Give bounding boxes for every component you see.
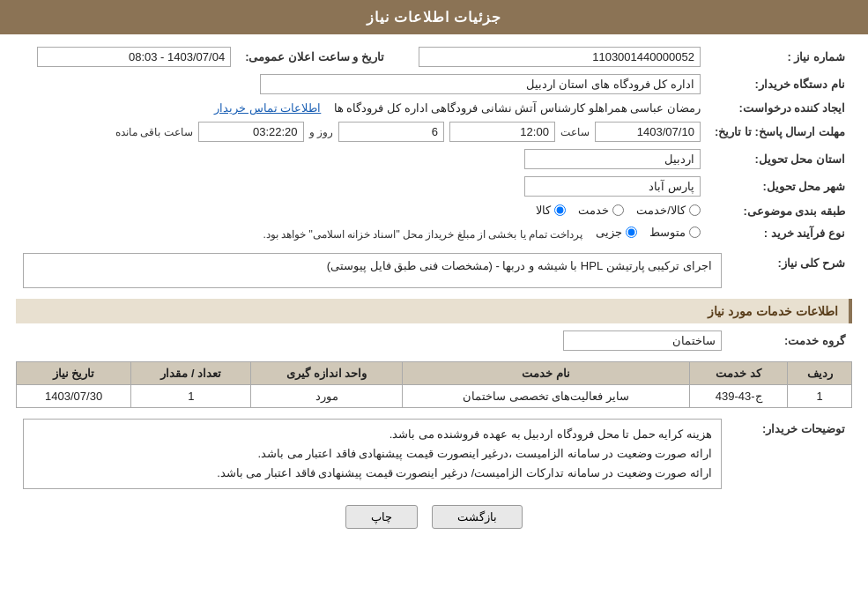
now-radio-group: متوسط جزیی — [596, 226, 701, 239]
radio-kala-input[interactable] — [554, 204, 566, 216]
nam-dastgah-label: نام دستگاه خریدار: — [708, 71, 852, 98]
shahr-value: پارس آباد — [16, 173, 708, 200]
grooh-table: گروه خدمت: ساختمان — [16, 327, 852, 354]
now-note: پرداخت تمام یا بخشی از مبلغ خریداز محل "… — [263, 228, 583, 241]
radio-motavaset-input[interactable] — [689, 227, 701, 238]
sharh-table: شرح کلی نیاز: اجرای ترکیبی پارتیشن HPL ب… — [16, 249, 852, 292]
table-row: 1ج-43-439سایر فعالیت‌های تخصصی ساختمانمو… — [17, 385, 852, 408]
cell-tarikh: 1403/07/30 — [17, 385, 131, 408]
radio-kala-khadamat-label: کالا/خدمت — [636, 204, 686, 217]
date-box: 1403/07/10 — [595, 122, 701, 142]
page-wrapper: جزئیات اطلاعات نیاز شماره نیاز : 1103001… — [0, 0, 868, 609]
tawsif-box: هزینه کرایه حمل تا محل فرودگاه اردبیل به… — [23, 419, 722, 489]
tawsif-label: توضیحات خریدار: — [729, 415, 852, 493]
announce-box: 1403/07/04 - 08:03 — [37, 47, 231, 67]
khadamat-section-title: اطلاعات خدمات مورد نیاز — [16, 299, 852, 323]
radio-khadamat-label: خدمت — [578, 204, 609, 217]
mohlat-label: مهلت ارسال پاسخ: تا تاریخ: — [708, 118, 852, 145]
cell-radif: 1 — [788, 385, 852, 408]
tabaqe-radio-group: کالا/خدمت خدمت کالا — [536, 204, 701, 217]
sharh-value-cell: اجرای ترکیبی پارتیشن HPL با شیشه و دربها… — [16, 249, 729, 292]
button-row: بازگشت چاپ — [16, 505, 852, 529]
ijad-value: رمضان عباسی همراهلو کارشناس آتش نشانی فر… — [16, 98, 708, 118]
rooz-label: روز و — [309, 126, 333, 138]
print-button[interactable]: چاپ — [345, 505, 418, 529]
radio-jozii-label: جزیی — [596, 226, 622, 239]
tabaqe-label: طبقه بندی موضوعی: — [708, 200, 852, 222]
radio-jozii: جزیی — [596, 226, 637, 239]
ostan-value: اردبیل — [16, 145, 708, 173]
grooh-label: گروه خدمت: — [729, 327, 852, 354]
nam-dastgah-value: اداره کل فرودگاه های استان اردبیل — [16, 71, 708, 98]
shmare-niaz-label: شماره نیاز : — [708, 43, 852, 71]
main-info-table: شماره نیاز : 1103001440000052 تاریخ و سا… — [16, 43, 852, 244]
mohlat-row: 1403/07/10 ساعت 12:00 6 روز و 03:22:20 س… — [16, 118, 708, 145]
mohlat-flex: 1403/07/10 ساعت 12:00 6 روز و 03:22:20 س… — [23, 122, 701, 142]
radio-kala-khadamat-input[interactable] — [689, 204, 701, 216]
col-tarikh: تاریخ نیاز — [17, 362, 131, 385]
cell-tedad: 1 — [131, 385, 251, 408]
cell-kod: ج-43-439 — [690, 385, 788, 408]
col-kod: کد خدمت — [690, 362, 788, 385]
tabaqe-row: کالا/خدمت خدمت کالا — [16, 200, 708, 222]
announce-label: تاریخ و ساعت اعلان عمومی: — [238, 43, 391, 71]
shmare-niaz-box: 1103001440000052 — [419, 47, 701, 67]
remaining-box: 03:22:20 — [198, 122, 304, 142]
cell-vahed: مورد — [251, 385, 403, 408]
ijad-label: ایجاد کننده درخواست: — [708, 98, 852, 118]
col-nam: نام خدمت — [402, 362, 689, 385]
radio-kala-khadamat: کالا/خدمت — [636, 204, 701, 217]
content-area: شماره نیاز : 1103001440000052 تاریخ و سا… — [0, 34, 868, 546]
sharh-box: اجرای ترکیبی پارتیشن HPL با شیشه و دربها… — [23, 253, 722, 288]
ijad-name: رمضان عباسی همراهلو کارشناس آتش نشانی فر… — [334, 101, 701, 115]
nam-dastgah-box: اداره کل فرودگاه های استان اردبیل — [260, 74, 701, 94]
radio-kala-label: کالا — [536, 204, 551, 217]
tawsif-value-cell: هزینه کرایه حمل تا محل فرودگاه اردبیل به… — [16, 415, 729, 493]
back-button[interactable]: بازگشت — [432, 505, 523, 529]
radio-jozii-input[interactable] — [626, 227, 637, 238]
ostan-label: استان محل تحویل: — [708, 145, 852, 173]
col-radif: ردیف — [788, 362, 852, 385]
cell-nam: سایر فعالیت‌های تخصصی ساختمان — [402, 385, 689, 408]
radio-khadamat: خدمت — [578, 204, 624, 217]
shahr-box: پارس آباد — [524, 176, 701, 197]
grooh-box: ساختمان — [563, 330, 722, 351]
radio-khadamat-input[interactable] — [612, 204, 624, 216]
col-tedad: تعداد / مقدار — [131, 362, 251, 385]
remaining-label: ساعت باقی مانده — [115, 126, 193, 138]
time-box: 12:00 — [449, 122, 555, 142]
tawsif-table: توضیحات خریدار: هزینه کرایه حمل تا محل ف… — [16, 415, 852, 493]
radio-motavaset: متوسط — [649, 226, 701, 239]
grooh-value-cell: ساختمان — [16, 327, 729, 354]
col-vahed: واحد اندازه گیری — [251, 362, 403, 385]
ijad-link[interactable]: اطلاعات تماس خریدار — [214, 101, 321, 115]
sharh-label: شرح کلی نیاز: — [729, 249, 852, 292]
shahr-label: شهر محل تحویل: — [708, 173, 852, 200]
radio-motavaset-label: متوسط — [649, 226, 686, 239]
ostan-box: اردبیل — [524, 149, 701, 169]
shmare-niaz-value: 1103001440000052 — [391, 43, 708, 71]
services-table: ردیف کد خدمت نام خدمت واحد اندازه گیری ت… — [16, 361, 852, 408]
announce-value: 1403/07/04 - 08:03 — [16, 43, 238, 71]
now-farayand-row: متوسط جزیی پرداخت تمام یا بخشی از مبلغ خ… — [16, 222, 708, 244]
saet-label: ساعت — [560, 126, 590, 138]
radio-kala: کالا — [536, 204, 566, 217]
rooz-box: 6 — [338, 122, 444, 142]
page-title: جزئیات اطلاعات نیاز — [0, 0, 868, 34]
now-farayand-label: نوع فرآیند خرید : — [708, 222, 852, 244]
